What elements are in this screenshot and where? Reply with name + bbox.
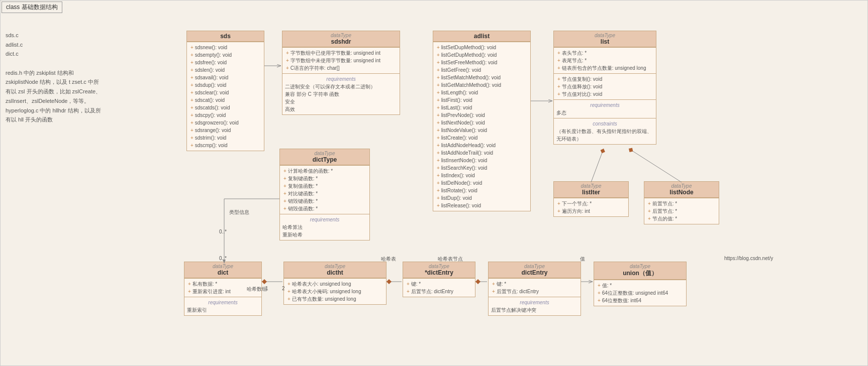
dictentry-reqs: requirements 后置节点解决键冲突 <box>489 297 581 315</box>
dict-header: dataType dict <box>184 262 261 278</box>
dictentry-ptr-box: dataType *dictEntry 键: * 后置节点: dictEntry <box>403 262 475 297</box>
title-text: class 基础数据结构 <box>6 4 58 11</box>
value-label: 值 <box>580 256 585 263</box>
dictentry-header: dataType dictEntry <box>489 262 581 278</box>
sds-box: sds sdsnew(): void sdsempty(): void sdsf… <box>186 31 264 151</box>
two-label: 2 <box>282 286 285 291</box>
dicttype-box: dataType dictType 计算哈希值的函数: * 复制键函数: * 复… <box>279 149 370 240</box>
dictentry-fields: 键: * 后置节点: dictEntry <box>489 278 581 297</box>
svg-line-4 <box>591 149 604 182</box>
sds-header: sds <box>187 31 264 42</box>
list-reqs: requirements 多态 <box>554 99 656 118</box>
dictht-box: dataType dictht 哈希表大小: unsigned long 哈希表… <box>283 262 387 305</box>
adlist-box: adlist listSetDupMethod(): void listGetD… <box>433 31 531 211</box>
left-line-9: hyperloglog.c 中的 hllhdr 结构，以及所 <box>6 106 121 115</box>
sdshdr-box: dataType sdshdr 字节数组中已使用字节数量: unsigned i… <box>282 31 400 115</box>
dicttype-reqs: requirements 哈希算法 重新哈希 <box>280 214 369 240</box>
sdshdr-fields: 字节数组中已使用字节数量: unsigned int 字节数组中未使用字节数量:… <box>282 47 400 73</box>
union-header: dataType union（值） <box>594 262 686 280</box>
left-line-2: adlist.c <box>6 40 121 50</box>
sds-classname: sds <box>189 33 261 40</box>
dicttype-header: dataType dictType <box>280 149 369 165</box>
left-line-8: zslInsert、zslDeleteNode，等等。 <box>6 96 121 106</box>
list-fields: 表头节点: * 表尾节点: * 链表所包含的节点数量: unsigned lon… <box>554 47 656 73</box>
dictentry-box: dataType dictEntry 键: * 后置节点: dictEntry … <box>488 262 581 316</box>
list-constraints: constraints （有长度计数器、有头指针尾指针的双端、无环链表） <box>554 118 656 144</box>
watermark: https://blog.csdn.net/y <box>724 256 773 261</box>
listiter-box: dataType listIter 下一个节点: * 遍历方向: int <box>553 181 629 217</box>
left-line-10: 有以 hll 开头的函数 <box>6 115 121 125</box>
left-line-5: redis.h 中的 zskiplist 结构和 <box>6 68 121 78</box>
list-methods: 节点值复制(): void 节点值释放(): void 节点值对比(): voi… <box>554 73 656 99</box>
adlist-methods: listSetDupMethod(): void listGetDupMetho… <box>433 42 530 211</box>
sdshdr-reqs: requirements 二进制安全（可以保存文本或者二进制） 兼容 部分 C … <box>282 73 400 114</box>
dictht-header: dataType dictht <box>284 262 386 278</box>
union-box: dataType union（值） 值: * 64位正整数值: unsigned… <box>594 262 687 306</box>
list-box: dataType list 表头节点: * 表尾节点: * 链表所包含的节点数量… <box>553 31 656 145</box>
union-fields: 值: * 64位正整数值: unsigned int64 64位整数值: int… <box>594 280 686 306</box>
title-bar: class 基础数据结构 <box>2 2 62 13</box>
dictentry-ptr-fields: 键: * 后置节点: dictEntry <box>403 278 475 297</box>
type-info-label: 类型信息 <box>229 209 249 216</box>
dicttype-fields: 计算哈希值的函数: * 复制键函数: * 复制值函数: * 对比键函数: * 销… <box>280 165 369 214</box>
listiter-header: dataType listIter <box>554 182 628 198</box>
listnode-header: dataType listNode <box>644 182 719 198</box>
zero-star-2-label: 0..* <box>219 256 227 261</box>
left-line-7: 有以 zsl 开头的函数，比如 zslCreate、 <box>6 87 121 96</box>
listnode-fields: 前置节点: * 后置节点: * 节点的值: * <box>644 198 719 224</box>
dict-reqs: requirements 重新索引 <box>184 297 261 315</box>
left-line-4 <box>6 59 121 68</box>
hash-array-label: 哈希数组 <box>247 286 267 293</box>
adlist-header: adlist <box>433 31 530 42</box>
left-text-area: sds.c adlist.c dict.c redis.h 中的 zskipli… <box>6 31 121 125</box>
listiter-fields: 下一个节点: * 遍历方向: int <box>554 198 628 216</box>
left-line-6: zskiplistNode 结构，以及 t zset.c 中所 <box>6 77 121 87</box>
list-header: dataType list <box>554 31 656 47</box>
svg-line-5 <box>629 149 682 182</box>
sds-methods: sdsnew(): void sdsempty(): void sdsfree(… <box>187 42 264 151</box>
sdshdr-header: dataType sdshdr <box>282 31 400 47</box>
left-line-1: sds.c <box>6 31 121 40</box>
dictentry-ptr-header: dataType *dictEntry <box>403 262 475 278</box>
hash-table-label: 哈希表 <box>381 256 396 263</box>
hash-table-node-label: 哈希表节点 <box>438 256 463 263</box>
main-container: class 基础数据结构 sds.c adlist.c dict.c redis… <box>0 0 868 366</box>
listnode-box: dataType listNode 前置节点: * 后置节点: * 节点的值: … <box>644 181 719 224</box>
left-line-3: dict.c <box>6 49 121 59</box>
one-label: 1 <box>265 286 268 291</box>
dictht-fields: 哈希表大小: unsigned long 哈希表大小掩码: unsigned l… <box>284 278 386 304</box>
zero-star-1-label: 0..* <box>219 229 227 234</box>
